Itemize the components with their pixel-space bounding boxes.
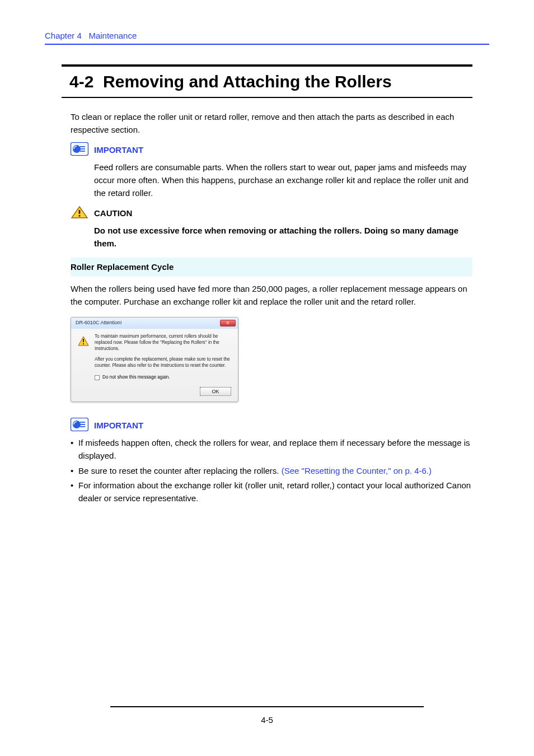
dialog-checkbox-label: Do not show this message again.: [102, 374, 170, 381]
important-1-heading: IMPORTANT: [94, 142, 472, 156]
svg-rect-4: [80, 151, 85, 152]
attention-dialog: DR-6010C Attention! X To maintain maximu…: [71, 317, 238, 402]
important-icon: [71, 418, 88, 431]
important-1-text: Feed rollers are consumable parts. When …: [71, 161, 472, 200]
page: Chapter 4 Maintenance 4-2 Removing and A…: [0, 0, 534, 505]
footer-rule: [110, 706, 424, 707]
roller-replacement-cycle-heading: Roller Replacement Cycle: [71, 258, 472, 276]
caution-text: Do not use excessive force when removing…: [71, 224, 472, 250]
running-header: Chapter 4 Maintenance: [45, 31, 489, 40]
important-notice-2: IMPORTANT: [71, 418, 472, 432]
caution-notice: CAUTION: [71, 206, 472, 220]
section-title: Removing and Attaching the Rollers: [103, 72, 392, 91]
caution-heading: CAUTION: [94, 206, 472, 220]
bullet-2: Be sure to reset the counter after repla…: [71, 464, 472, 477]
dialog-checkbox-row: Do not show this message again.: [95, 374, 231, 381]
svg-rect-13: [80, 422, 85, 423]
page-number: 4-5: [0, 715, 534, 725]
dialog-paragraph-2: After you complete the replacement, plea…: [95, 356, 231, 368]
warning-triangle-icon: [78, 335, 89, 347]
svg-rect-10: [83, 343, 84, 344]
important-notice-1: IMPORTANT: [71, 142, 472, 156]
dialog-title: DR-6010C Attention!: [76, 319, 122, 327]
content-body: To clean or replace the roller unit or r…: [71, 98, 472, 505]
chapter-title: Maintenance: [88, 31, 137, 40]
important-1-body: IMPORTANT: [94, 142, 472, 156]
header-rule: [45, 44, 489, 45]
bullet-2-pre: Be sure to reset the counter after repla…: [78, 466, 282, 475]
important-2-bullets: If misfeeds happen often, check the roll…: [71, 436, 472, 505]
svg-rect-14: [80, 424, 85, 425]
page-footer: 4-5: [0, 706, 534, 725]
bullet-3: For information about the exchange rolle…: [71, 479, 472, 505]
important-2-heading: IMPORTANT: [94, 418, 472, 432]
section-heading: 4-2 Removing and Attaching the Rollers: [62, 67, 472, 97]
caution-icon: [71, 206, 88, 219]
svg-rect-3: [80, 148, 85, 150]
reset-counter-link[interactable]: (See "Resetting the Counter," on p. 4-6.…: [282, 466, 432, 475]
svg-rect-7: [79, 215, 81, 217]
dialog-checkbox[interactable]: [95, 375, 100, 380]
dialog-close-button[interactable]: X: [220, 320, 236, 326]
important-2-body: IMPORTANT: [94, 418, 472, 432]
caution-body: CAUTION: [94, 206, 472, 220]
cycle-paragraph: When the rollers being used have fed mor…: [71, 282, 472, 309]
dialog-body: To maintain maximum performance, current…: [71, 329, 238, 402]
chapter-label: Chapter 4: [45, 31, 82, 40]
svg-rect-6: [79, 210, 81, 214]
section-number: 4-2: [69, 72, 93, 91]
section-heading-block: 4-2 Removing and Attaching the Rollers: [62, 64, 472, 98]
important-icon: [71, 142, 88, 156]
dialog-paragraph-1: To maintain maximum performance, current…: [95, 333, 231, 352]
dialog-ok-button[interactable]: OK: [200, 387, 231, 396]
intro-paragraph: To clean or replace the roller unit or r…: [71, 110, 472, 137]
svg-rect-2: [80, 146, 85, 147]
svg-rect-15: [80, 426, 85, 427]
dialog-titlebar: DR-6010C Attention! X: [71, 318, 238, 329]
svg-rect-9: [83, 339, 84, 342]
bullet-1: If misfeeds happen often, check the roll…: [71, 436, 472, 463]
